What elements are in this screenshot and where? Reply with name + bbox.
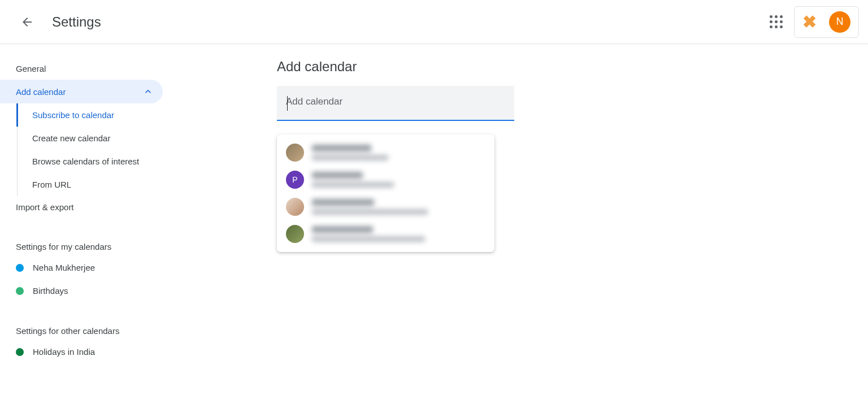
suggestion-item[interactable] bbox=[277, 220, 494, 248]
sidebar-item-label: Add calendar bbox=[16, 87, 66, 97]
suggestion-item[interactable]: P bbox=[277, 166, 494, 193]
content: General Add calendar Subscribe to calend… bbox=[0, 44, 868, 363]
calendar-item[interactable]: Holidays in India bbox=[0, 340, 170, 363]
calendar-item[interactable]: Neha Mukherjee bbox=[0, 256, 170, 279]
calendar-label: Birthdays bbox=[33, 286, 68, 296]
suggestion-avatar bbox=[286, 225, 304, 243]
extension-box: ✖ N bbox=[794, 6, 859, 38]
sidebar: General Add calendar Subscribe to calend… bbox=[0, 44, 170, 363]
text-cursor bbox=[287, 96, 288, 111]
account-avatar[interactable]: N bbox=[829, 11, 850, 33]
calendar-color-dot bbox=[16, 348, 24, 356]
sidebar-heading-my-calendars: Settings for my calendars bbox=[0, 234, 170, 256]
suggestion-text bbox=[312, 199, 485, 215]
add-calendar-field-wrap[interactable] bbox=[277, 86, 514, 121]
main-title: Add calendar bbox=[277, 59, 868, 75]
sidebar-item-import-export[interactable]: Import & export bbox=[0, 196, 163, 218]
suggestion-avatar bbox=[286, 144, 304, 162]
calendar-label: Neha Mukherjee bbox=[33, 263, 95, 272]
sidebar-sub-browse[interactable]: Browse calendars of interest bbox=[18, 150, 170, 173]
suggestion-avatar bbox=[286, 198, 304, 216]
page-title: Settings bbox=[52, 14, 101, 30]
calendar-item[interactable]: Birthdays bbox=[0, 279, 170, 302]
header-left: Settings bbox=[16, 11, 101, 33]
sidebar-submenu: Subscribe to calendar Create new calenda… bbox=[17, 103, 170, 196]
main-panel: Add calendar P bbox=[170, 44, 868, 363]
arrow-left-icon bbox=[20, 15, 34, 29]
sidebar-heading-other-calendars: Settings for other calendars bbox=[0, 318, 170, 340]
add-calendar-input[interactable] bbox=[286, 96, 505, 107]
apps-grid-icon bbox=[770, 15, 783, 28]
suggestions-dropdown: P bbox=[277, 134, 494, 252]
sidebar-sub-create-new[interactable]: Create new calendar bbox=[18, 127, 170, 150]
suggestion-avatar: P bbox=[286, 171, 304, 189]
sidebar-sub-subscribe[interactable]: Subscribe to calendar bbox=[16, 103, 170, 127]
suggestion-item[interactable] bbox=[277, 139, 494, 166]
header-right: ✖ N bbox=[765, 6, 859, 38]
calendar-label: Holidays in India bbox=[33, 347, 95, 357]
back-button[interactable] bbox=[16, 11, 38, 33]
sidebar-item-general[interactable]: General bbox=[0, 58, 163, 80]
suggestion-text bbox=[312, 226, 485, 242]
sidebar-sub-from-url[interactable]: From URL bbox=[18, 173, 170, 196]
apps-button[interactable] bbox=[765, 11, 787, 33]
suggestion-text bbox=[312, 145, 485, 160]
suggestion-text bbox=[312, 172, 485, 188]
calendar-color-dot bbox=[16, 264, 24, 272]
suggestion-item[interactable] bbox=[277, 193, 494, 220]
extension-icon[interactable]: ✖ bbox=[802, 12, 817, 32]
calendar-color-dot bbox=[16, 287, 24, 295]
sidebar-item-add-calendar[interactable]: Add calendar bbox=[0, 80, 163, 103]
chevron-up-icon bbox=[142, 86, 154, 97]
header: Settings ✖ N bbox=[0, 0, 868, 44]
